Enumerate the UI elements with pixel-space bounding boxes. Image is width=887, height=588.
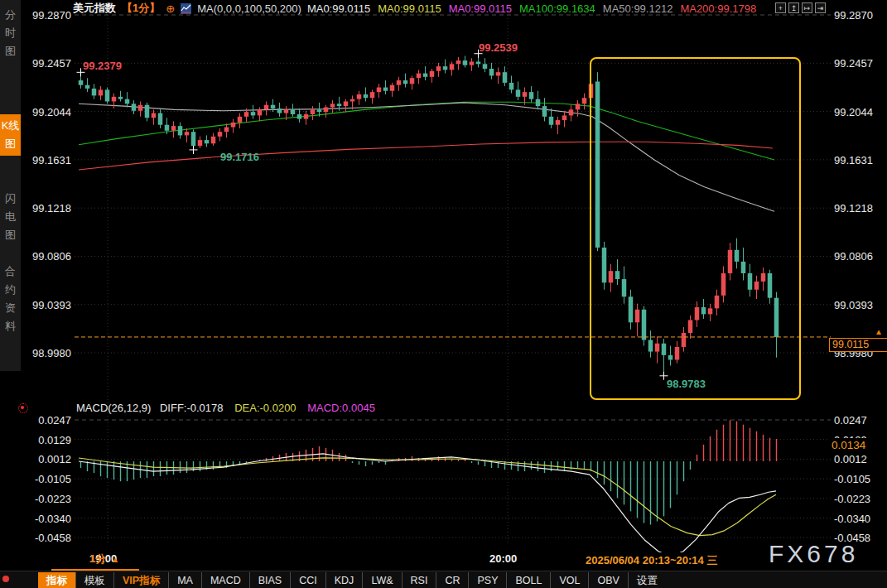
high-price-annotation: 99.2379 — [83, 60, 122, 72]
price-axis-label-right: 99.1218 — [834, 202, 873, 214]
macd-formula: MACD(26,12,9) — [76, 402, 151, 414]
price-up-arrow-icon: ▲ — [875, 327, 883, 336]
price-axis-label-right: 99.0393 — [834, 299, 873, 311]
price-axis-label-left: 99.2457 — [23, 57, 71, 70]
macd-badge-value: 0.0134 — [832, 439, 865, 451]
candlestick-chart[interactable] — [0, 0, 887, 588]
macd-diff-value: DIFF:-0.0178 — [160, 402, 224, 414]
toolbar-item-KDJ[interactable]: KDJ — [325, 572, 363, 588]
price-axis-label-right: 99.0806 — [834, 250, 873, 263]
macd-axis-label-left: 0.0129 — [23, 434, 71, 446]
macd-axis-label-right: 0.0247 — [834, 414, 867, 427]
price-axis-label-left: 99.2044 — [23, 106, 71, 118]
toolbar-item-指标[interactable]: 指标 — [38, 572, 75, 588]
macd-axis-label-left: -0.0340 — [23, 513, 71, 525]
toolbar-item-VOL[interactable]: VOL — [550, 572, 588, 588]
macd-axis-label-right: 0.0012 — [834, 453, 867, 465]
fx678-watermark: FX678 — [769, 540, 858, 568]
macd-axis-label-left: -0.0105 — [23, 473, 71, 485]
time-axis-label: 20:00 — [489, 552, 517, 565]
macd-value-badge: 0.0134 — [829, 438, 886, 452]
toolbar-item-OBV[interactable]: OBV — [588, 572, 627, 588]
toolbar-item-BIAS[interactable]: BIAS — [249, 572, 291, 588]
macd-dea-value: DEA:-0.0200 — [234, 402, 296, 414]
price-axis-label-left: 99.2870 — [23, 9, 71, 22]
price-axis-label-left: 99.0393 — [23, 299, 71, 311]
macd-axis-label-right: -0.0223 — [834, 493, 870, 505]
current-price-value: 99.0115 — [832, 339, 869, 350]
price-axis-label-right: 99.2044 — [834, 106, 873, 118]
toolbar-item-LW&[interactable]: LW& — [362, 572, 401, 588]
toolbar-item-CCI[interactable]: CCI — [290, 572, 325, 588]
toolbar-item-模板[interactable]: 模板 — [75, 572, 113, 588]
toolbar-item-MA[interactable]: MA — [168, 572, 201, 588]
toolbar-item-VIP指标[interactable]: VIP指标 — [113, 572, 168, 588]
toolbar-item-MACD[interactable]: MACD — [201, 572, 249, 588]
toolbar-item-CR[interactable]: CR — [436, 572, 468, 588]
high-price-annotation: 99.2539 — [479, 41, 518, 54]
price-axis-label-left: 99.1631 — [23, 154, 71, 166]
low-price-annotation: 98.9783 — [667, 378, 706, 390]
toolbar-item-RSI[interactable]: RSI — [402, 572, 436, 588]
indicator-toolbar: 指标模板VIP指标MAMACDBIASCCIKDJLW&RSICRPSYBOLL… — [0, 571, 887, 588]
record-dot-icon — [2, 576, 9, 582]
price-axis-label-left: 99.0806 — [23, 250, 71, 263]
macd-axis-label-right: -0.0340 — [834, 513, 870, 525]
toolbar-item-设置[interactable]: 设置 — [628, 572, 666, 588]
price-axis-label-left: 98.9980 — [23, 347, 71, 359]
chart-app: 分时图K线图闪电图合约资料 美元指数 【1分】 ⊕ MA(0,0,0,100,5… — [0, 0, 887, 588]
period-selector[interactable]: 1分▲ — [89, 552, 119, 566]
macd-settings-icon[interactable] — [18, 403, 28, 413]
toolbar-item-PSY[interactable]: PSY — [468, 572, 506, 588]
macd-axis-label-left: 0.0012 — [23, 453, 71, 465]
period-arrow-icon: ▲ — [111, 555, 119, 564]
macd-axis-label-right: -0.0105 — [834, 473, 870, 485]
price-axis-label-left: 99.1218 — [23, 202, 71, 214]
price-axis-label-right: 99.2870 — [834, 9, 873, 22]
macd-macd-value: MACD:0.0045 — [307, 402, 375, 414]
price-axis-label-right: 99.2457 — [834, 57, 873, 70]
toolbar-item-BOLL[interactable]: BOLL — [506, 572, 550, 588]
macd-axis-label-left: -0.0223 — [23, 493, 71, 505]
period-label: 1分 — [89, 552, 106, 565]
price-axis-label-right: 99.1631 — [834, 154, 873, 166]
candle-date-range: 2025/06/04 20:13~20:14 三 — [581, 552, 721, 569]
macd-header: MACD(26,12,9) DIFF:-0.0178 DEA:-0.0200 M… — [76, 402, 375, 414]
macd-axis-label-left: -0.0458 — [23, 532, 71, 544]
macd-axis-label-left: 0.0247 — [23, 414, 71, 427]
current-price-badge: 99.0115 — [829, 338, 887, 352]
low-price-annotation: 99.1716 — [220, 151, 259, 163]
